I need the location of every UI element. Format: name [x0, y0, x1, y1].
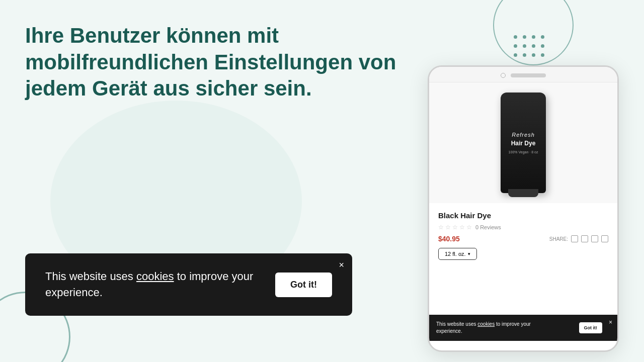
small-cookie-link[interactable]: cookies: [477, 321, 495, 327]
star-2: ☆: [445, 224, 451, 231]
cookie-banner-small: × This website uses cookies to improve y…: [429, 315, 617, 341]
star-1: ☆: [438, 224, 444, 231]
cookie-banner-small-close-button[interactable]: ×: [609, 319, 612, 326]
size-option-label: 12 fl. oz.: [445, 251, 466, 257]
product-image-area: Refresh Hair Dye 100% Vegan · 8 oz: [429, 82, 617, 203]
cookie-banner-large-got-it-button[interactable]: Got it!: [275, 273, 332, 297]
product-tube: Refresh Hair Dye 100% Vegan · 8 oz: [501, 93, 546, 193]
cookie-link[interactable]: cookies: [136, 270, 174, 283]
size-dropdown-button[interactable]: 12 fl. oz. ▾: [438, 248, 477, 260]
instagram-icon: [591, 235, 598, 242]
cookie-text-part1: This website uses: [45, 270, 136, 283]
cookie-banner-large: × This website uses cookies to improve y…: [25, 253, 352, 316]
googleplus-icon: [601, 235, 608, 242]
phone-content: Refresh Hair Dye 100% Vegan · 8 oz Black…: [429, 82, 617, 341]
cookie-banner-small-text: This website uses cookies to improve you…: [436, 321, 537, 335]
small-cookie-text-part1: This website uses: [436, 321, 477, 327]
star-3: ☆: [452, 224, 458, 231]
product-brand: Refresh: [512, 132, 535, 138]
product-price: $40.95: [438, 235, 460, 243]
product-share: SHARE:: [549, 235, 608, 242]
product-price-row: $40.95 SHARE:: [438, 235, 608, 243]
main-heading: Ihre Benutzer können mit mobilfreundlich…: [25, 23, 397, 102]
product-stars: ☆ ☆ ☆ ☆ ☆ 0 Reviews: [438, 224, 608, 231]
cookie-banner-large-close-button[interactable]: ×: [339, 260, 344, 269]
star-5: ☆: [466, 224, 472, 231]
phone-notch: [429, 67, 617, 82]
cookie-banner-large-text: This website uses cookies to improve you…: [45, 268, 257, 301]
product-size-selector: 12 fl. oz. ▾: [438, 248, 608, 260]
share-label: SHARE:: [549, 236, 568, 242]
product-tube-name: Hair Dye: [511, 140, 536, 148]
star-4: ☆: [459, 224, 465, 231]
phone-mockup: Refresh Hair Dye 100% Vegan · 8 oz Black…: [428, 65, 619, 352]
phone-camera: [501, 73, 506, 78]
chevron-down-icon: ▾: [468, 251, 470, 256]
product-info: Black Hair Dye ☆ ☆ ☆ ☆ ☆ 0 Reviews $40.9…: [429, 203, 617, 265]
reviews-count: 0 Reviews: [475, 224, 501, 230]
decorative-dots: [514, 35, 546, 58]
product-tube-sub: 100% Vegan · 8 oz: [509, 150, 538, 154]
product-title: Black Hair Dye: [438, 211, 608, 220]
phone-speaker: [511, 73, 546, 77]
cookie-banner-small-got-it-button[interactable]: Got it!: [579, 322, 603, 333]
pinterest-icon: [581, 235, 588, 242]
facebook-icon: [571, 235, 578, 242]
